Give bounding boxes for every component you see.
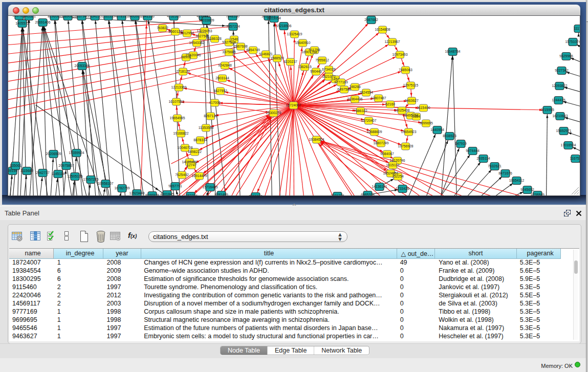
svg-text:8912954: 8912954: [180, 31, 194, 35]
svg-text:19654923: 19654923: [401, 130, 416, 134]
svg-text:4752553: 4752553: [167, 16, 181, 18]
svg-text:1362615: 1362615: [298, 65, 312, 69]
svg-text:10807487: 10807487: [371, 96, 386, 100]
svg-text:7485063: 7485063: [399, 68, 412, 72]
svg-text:12747: 12747: [187, 163, 197, 167]
svg-text:16782759: 16782759: [114, 186, 129, 190]
svg-text:3215955: 3215955: [540, 108, 554, 112]
svg-text:17957275: 17957275: [83, 178, 98, 181]
svg-text:13226053: 13226053: [197, 29, 212, 33]
svg-text:8637940: 8637940: [75, 16, 89, 18]
svg-text:6965328: 6965328: [361, 193, 375, 195]
svg-text:8813054: 8813054: [267, 16, 281, 20]
svg-text:39159: 39159: [8, 169, 17, 172]
svg-text:12213369: 12213369: [171, 85, 186, 89]
svg-text:18807249: 18807249: [373, 141, 388, 145]
svg-text:19654985: 19654985: [169, 116, 185, 120]
svg-text:1161559: 1161559: [102, 16, 115, 18]
svg-text:2942737: 2942737: [36, 171, 50, 174]
svg-text:19166822: 19166822: [173, 132, 188, 135]
svg-text:9327508: 9327508: [222, 40, 236, 44]
svg-text:16120746: 16120746: [389, 159, 405, 162]
svg-text:7386322: 7386322: [354, 109, 367, 113]
svg-text:2803144: 2803144: [215, 76, 229, 80]
svg-text:2867608: 2867608: [234, 45, 248, 48]
svg-text:835061: 835061: [10, 164, 21, 167]
svg-text:9242848: 9242848: [218, 63, 232, 67]
svg-text:12975115: 12975115: [403, 83, 419, 87]
svg-text:16107552: 16107552: [168, 100, 184, 103]
svg-text:7632621: 7632621: [488, 164, 502, 168]
svg-text:9084067: 9084067: [380, 152, 394, 156]
svg-text:20206505: 20206505: [46, 152, 61, 156]
svg-text:20691406: 20691406: [35, 20, 50, 24]
svg-text:1440954: 1440954: [430, 128, 444, 132]
svg-text:25300275: 25300275: [266, 111, 281, 115]
svg-text:647919: 647919: [455, 142, 467, 145]
svg-text:1615112: 1615112: [386, 163, 400, 167]
svg-text:16648784: 16648784: [445, 50, 460, 53]
svg-text:16210643: 16210643: [552, 114, 568, 118]
svg-text:12505135: 12505135: [67, 174, 82, 178]
svg-text:252254: 252254: [392, 174, 404, 178]
svg-text:10025438: 10025438: [394, 108, 409, 112]
svg-text:98906: 98906: [181, 55, 191, 59]
svg-text:12213967: 12213967: [384, 40, 400, 43]
svg-text:6498222: 6498222: [188, 150, 202, 154]
svg-text:18724007: 18724007: [286, 103, 301, 107]
svg-text:3252880: 3252880: [249, 194, 263, 195]
svg-text:13325419: 13325419: [287, 32, 302, 36]
svg-text:8281489: 8281489: [214, 193, 228, 195]
svg-text:9146821: 9146821: [259, 52, 273, 56]
svg-text:1588520: 1588520: [270, 56, 284, 60]
svg-text:9777169: 9777169: [334, 80, 348, 84]
svg-text:3375685: 3375685: [222, 50, 236, 54]
svg-text:1462704: 1462704: [184, 194, 198, 195]
svg-text:16033809: 16033809: [199, 18, 214, 22]
svg-text:417006: 417006: [209, 101, 221, 104]
svg-text:16914479: 16914479: [191, 174, 207, 178]
svg-text:9474444: 9474444: [466, 149, 480, 152]
svg-text:7625402: 7625402: [175, 173, 189, 177]
svg-text:8267130: 8267130: [204, 114, 217, 118]
svg-text:4801845: 4801845: [160, 192, 174, 195]
svg-text:7357224: 7357224: [226, 25, 240, 28]
svg-text:2718120: 2718120: [176, 70, 190, 73]
svg-text:19384554: 19384554: [309, 138, 324, 141]
svg-text:10046708: 10046708: [177, 146, 192, 149]
svg-text:15720407: 15720407: [361, 119, 376, 122]
svg-text:10543382: 10543382: [189, 41, 204, 45]
svg-text:9227342: 9227342: [555, 69, 569, 72]
svg-text:12093822: 12093822: [552, 84, 567, 87]
svg-text:9327505: 9327505: [195, 34, 209, 38]
svg-text:1733426: 1733426: [396, 187, 409, 190]
svg-text:8938923: 8938923: [443, 134, 456, 138]
svg-text:15692971: 15692971: [556, 129, 571, 133]
svg-text:9463627: 9463627: [405, 99, 419, 102]
svg-text:9884: 9884: [412, 115, 420, 118]
svg-text:8495931: 8495931: [128, 16, 142, 18]
svg-text:11172: 11172: [574, 27, 580, 30]
svg-text:9245652: 9245652: [520, 188, 534, 191]
svg-text:8220237: 8220237: [284, 60, 297, 63]
svg-text:9166978: 9166978: [145, 193, 159, 195]
svg-text:10654112: 10654112: [509, 179, 525, 182]
svg-text:10973493: 10973493: [392, 53, 407, 56]
svg-text:9657791: 9657791: [168, 184, 182, 188]
svg-text:4192832: 4192832: [197, 16, 210, 18]
svg-text:16154808: 16154808: [375, 28, 390, 31]
svg-text:990443: 990443: [310, 70, 322, 73]
svg-text:2935114: 2935114: [477, 157, 490, 160]
svg-text:2654235: 2654235: [88, 16, 102, 18]
svg-text:62160: 62160: [385, 102, 395, 106]
svg-text:14136141: 14136141: [372, 185, 387, 188]
svg-text:7648350: 7648350: [226, 16, 239, 18]
svg-text:1405572: 1405572: [15, 21, 29, 25]
svg-text:17359924: 17359924: [69, 151, 84, 155]
svg-text:8196001: 8196001: [48, 16, 61, 18]
svg-text:8427552: 8427552: [213, 89, 227, 93]
svg-text:4078161: 4078161: [115, 16, 128, 18]
svg-text:8186328: 8186328: [208, 37, 222, 40]
svg-text:7101226: 7101226: [331, 194, 344, 195]
svg-text:9699695: 9699695: [419, 121, 433, 125]
